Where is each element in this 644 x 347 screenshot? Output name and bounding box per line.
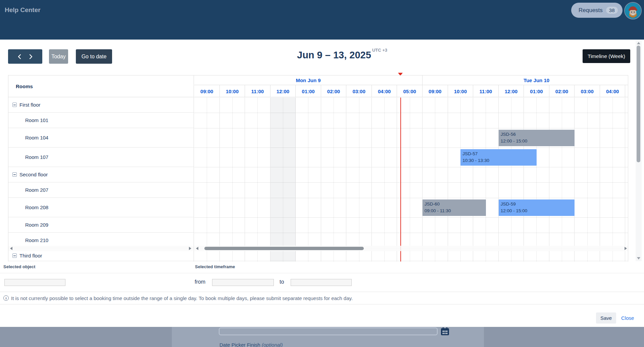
booking-time: 10:30 - 13:30	[462, 157, 535, 164]
row-label: Room 209	[25, 222, 48, 228]
row-label: Room 104	[25, 135, 48, 140]
selected-object-label: Selected object	[3, 264, 35, 269]
scroll-down-arrow[interactable]	[637, 257, 640, 259]
row-label: Second floor	[19, 172, 48, 177]
timeline-board: Rooms First floorRoom 101Room 104Room 10…	[8, 75, 628, 261]
time-header-cell: 04:00	[600, 85, 626, 97]
room-row[interactable]: Room 207	[8, 182, 194, 198]
horizontal-scroll-thumb[interactable]	[204, 247, 364, 250]
selected-timeframe-label: Selected timeframe	[195, 264, 235, 269]
date-nav-group	[8, 49, 42, 64]
room-row[interactable]: Room 209	[8, 217, 194, 233]
time-header-cell: 02:00	[321, 85, 347, 97]
info-icon: i	[3, 295, 9, 301]
rooms-column-header: Rooms	[8, 75, 194, 97]
grid-row	[194, 218, 628, 233]
app-title: Help Center	[5, 6, 41, 14]
collapse-icon[interactable]	[12, 103, 17, 107]
timeframe-to-input[interactable]	[291, 279, 352, 286]
day-header-cell: Tue Jun 10	[423, 75, 628, 85]
timeline-grid-panel: Mon Jun 9Tue Jun 10 09:0010:0011:0012:00…	[194, 75, 628, 262]
time-header-cell: 01:00	[296, 85, 321, 97]
vertical-scroll-thumb[interactable]	[637, 46, 640, 162]
save-button[interactable]: Save	[596, 312, 616, 324]
next-arrow-button[interactable]	[29, 54, 33, 59]
time-header-cell: 10:00	[220, 85, 245, 97]
day-header-row: Mon Jun 9Tue Jun 10	[194, 75, 628, 85]
timeline-view-button[interactable]: Timeline (Week)	[583, 49, 630, 63]
time-header-cell: 01:00	[524, 85, 549, 97]
info-banner: i It is not currently possible to select…	[0, 292, 644, 304]
time-header-cell: 03:00	[575, 85, 600, 97]
day-header-cell: Mon Jun 9	[194, 75, 423, 85]
time-header-cell: 05:00	[625, 85, 628, 97]
time-header-cell: 04:00	[372, 85, 397, 97]
room-row[interactable]: Room 107	[8, 148, 194, 167]
booking-block[interactable]: JSD-5612:00 - 15:00	[499, 130, 575, 146]
row-label: Room 101	[25, 117, 48, 123]
booking-id: JSD-60	[425, 201, 484, 208]
calendar-icon[interactable]	[440, 327, 450, 336]
scroll-left-arrow[interactable]	[10, 247, 12, 250]
booking-id: JSD-56	[501, 131, 573, 138]
time-header-cell: 09:00	[423, 85, 448, 97]
row-label: First floor	[19, 102, 41, 108]
floor-row[interactable]: First floor	[8, 97, 194, 113]
rooms-horizontal-scrollbar[interactable]	[8, 246, 193, 251]
scroll-up-arrow[interactable]	[637, 42, 640, 44]
booking-time: 12:00 - 15:00	[501, 208, 573, 214]
time-header-cell: 12:00	[270, 85, 296, 97]
time-header-cell: 12:00	[499, 85, 524, 97]
rooms-panel: Rooms First floorRoom 101Room 104Room 10…	[8, 75, 194, 262]
today-button[interactable]: Today	[49, 49, 68, 64]
selected-object-input[interactable]	[4, 279, 65, 286]
room-row[interactable]: Room 208	[8, 198, 194, 217]
row-label: Room 107	[25, 154, 48, 160]
timeline-grid-body[interactable]: JSD-5612:00 - 15:00JSD-5710:30 - 13:30JS…	[194, 98, 628, 262]
time-header-cell: 10:00	[448, 85, 474, 97]
avatar-image	[625, 3, 641, 19]
time-header-cell: 09:00	[194, 85, 220, 97]
room-row[interactable]: Room 101	[8, 113, 194, 128]
booking-block[interactable]: JSD-5710:30 - 13:30	[460, 149, 537, 166]
scroll-left-arrow[interactable]	[196, 247, 198, 250]
room-row[interactable]: Room 104	[8, 128, 194, 148]
time-header-cell: 11:00	[245, 85, 270, 97]
time-header-cell: 02:00	[549, 85, 575, 97]
requests-label: Requests	[579, 7, 603, 14]
grid-row	[194, 113, 628, 128]
grid-row	[194, 183, 628, 198]
divider	[0, 273, 644, 273]
time-header-cell: 03:00	[346, 85, 372, 97]
page-background-dimmed: Date Picker Finish (optional)	[0, 327, 644, 347]
go-to-date-button[interactable]: Go to date	[76, 49, 112, 64]
to-label: to	[280, 279, 284, 285]
collapse-icon[interactable]	[12, 253, 17, 258]
prev-arrow-button[interactable]	[17, 54, 21, 59]
date-picker-field[interactable]	[219, 328, 438, 335]
time-header-row: 09:0010:0011:0012:0001:0002:0003:0004:00…	[194, 85, 628, 97]
current-time-line	[400, 98, 401, 262]
user-avatar[interactable]	[624, 2, 642, 19]
vertical-scrollbar[interactable]	[636, 40, 642, 261]
floor-row[interactable]: Second floor	[8, 167, 194, 182]
scroll-right-arrow[interactable]	[189, 247, 191, 250]
booking-block[interactable]: JSD-5912:00 - 15:00	[499, 199, 575, 216]
requests-count-badge: 38	[606, 7, 618, 14]
scroll-right-arrow[interactable]	[625, 247, 627, 250]
close-button[interactable]: Close	[621, 315, 634, 321]
timeframe-from-input[interactable]	[212, 279, 274, 286]
grid-horizontal-scrollbar[interactable]	[194, 246, 628, 251]
grid-row	[194, 167, 628, 183]
row-label: Room 210	[25, 237, 48, 243]
grid-row	[194, 98, 628, 113]
requests-button[interactable]: Requests 38	[571, 3, 623, 18]
shaded-hour-column	[270, 98, 296, 262]
booking-block[interactable]: JSD-6009:00 - 11:30	[423, 199, 486, 216]
collapse-icon[interactable]	[12, 172, 17, 177]
grid-row	[194, 148, 628, 167]
background-form-panel: Date Picker Finish (optional)	[172, 327, 484, 347]
date-picker-finish-label: Date Picker Finish (optional)	[219, 342, 283, 347]
timezone-label: UTC +3	[372, 48, 387, 53]
row-label: Room 208	[25, 205, 48, 210]
